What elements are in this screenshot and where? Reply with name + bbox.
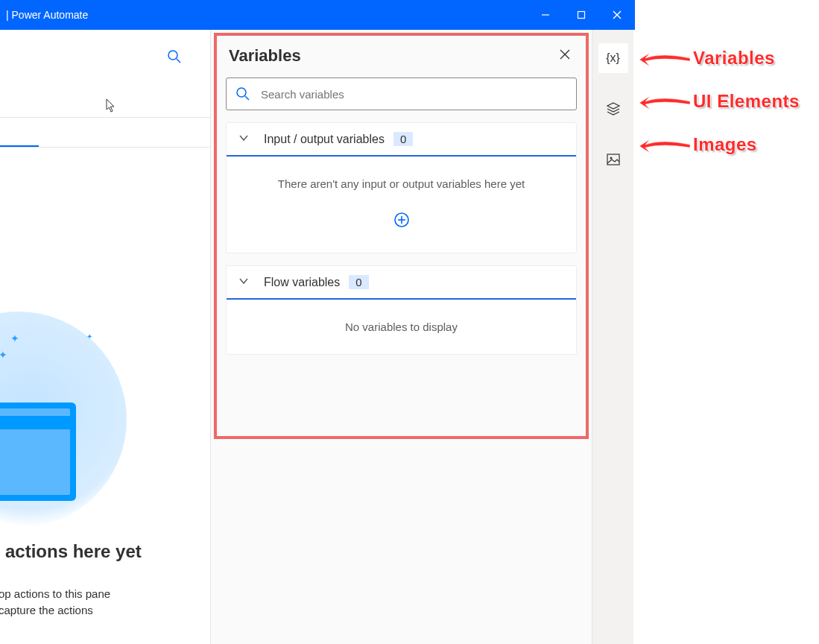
minimize-button[interactable] [528,0,563,30]
search-input[interactable] [261,88,567,101]
divider [0,147,210,148]
maximize-button[interactable] [563,0,599,30]
empty-title: actions here yet [5,541,142,562]
svg-line-9 [245,96,249,100]
svg-rect-1 [578,12,585,19]
annotation-label: Variables [693,48,775,69]
close-button[interactable] [599,0,635,30]
annotation-label: UI Elements [693,91,800,112]
search-icon[interactable] [167,49,182,67]
section-header[interactable]: Flow variables 0 [227,266,576,300]
image-icon [606,152,621,167]
annotation-arrow [639,136,690,160]
svg-line-5 [177,59,180,63]
flow-variables-section: Flow variables 0 No variables to display [226,265,577,355]
chevron-down-icon[interactable] [238,133,249,146]
close-icon[interactable] [559,48,571,63]
variables-icon: {x} [606,51,620,65]
panel-title: Variables [229,46,301,66]
images-rail-button[interactable] [598,145,628,174]
sparkle-icon: ✦ [0,349,7,361]
empty-subtitle: capture the actions [0,604,93,616]
variables-panel: Variables Input / output variables 0 [210,30,592,644]
cursor-icon [106,98,118,116]
empty-message: There aren't any input or output variabl… [235,177,567,190]
window-controls [528,0,635,30]
count-badge: 0 [393,132,413,146]
ui-elements-rail-button[interactable] [598,94,628,124]
empty-message: No variables to display [235,321,567,333]
count-badge: 0 [349,275,368,289]
annotation-arrow [639,49,690,73]
add-variable-button[interactable] [393,211,411,229]
titlebar: | Power Automate [0,0,635,30]
layers-icon [606,101,621,116]
search-box[interactable] [226,78,577,110]
empty-subtitle: op actions to this pane [0,587,110,600]
svg-point-14 [610,157,612,160]
annotation-arrow [639,92,690,116]
right-rail: {x} [592,30,633,644]
laptop-illustration [0,402,76,501]
divider [0,117,210,118]
search-icon [235,86,250,101]
annotation-label: Images [693,134,757,155]
chevron-down-icon[interactable] [238,276,249,289]
titlebar-title: | Power Automate [6,9,88,21]
panel-highlight: Variables Input / output variables 0 [214,33,589,439]
variables-rail-button[interactable]: {x} [598,43,628,73]
section-header[interactable]: Input / output variables 0 [227,123,576,157]
io-variables-section: Input / output variables 0 There aren't … [226,122,577,253]
left-content: ✦ ✦ ✦ actions here yet op actions to thi… [0,30,210,644]
section-title: Input / output variables [264,133,385,146]
svg-point-8 [237,88,246,97]
sparkle-icon: ✦ [10,332,19,344]
sparkle-icon: ✦ [86,332,92,341]
svg-point-4 [168,51,177,60]
section-title: Flow variables [264,276,340,289]
